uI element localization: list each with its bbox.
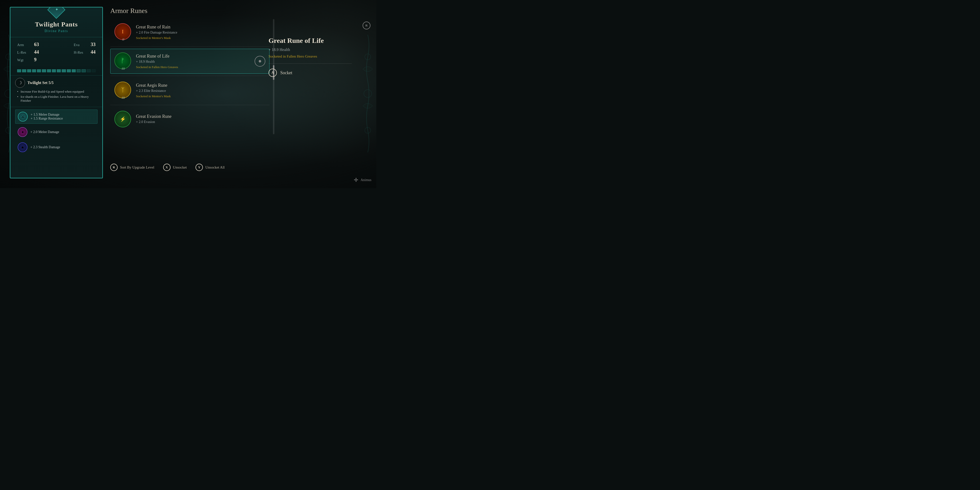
rune-separator-0 xyxy=(110,46,269,47)
enchant-section: ⚔ + 1.5 Melee Damage+ 1.5 Range Resistan… xyxy=(10,107,102,158)
rune-2-name: Great Aegis Rune xyxy=(136,83,265,88)
socket-label: Socket xyxy=(280,70,292,75)
card-diamond-icon: ✦ xyxy=(48,7,65,18)
seg-4 xyxy=(32,69,36,72)
set-title: Twilight Set 5/5 xyxy=(27,81,53,85)
unsocket-all-btn[interactable]: Y Unsocket All xyxy=(196,164,225,171)
upgrade-progress xyxy=(10,67,102,75)
socket-a-icon: A xyxy=(269,68,277,77)
seg-5 xyxy=(37,69,41,72)
seg-12 xyxy=(72,69,76,72)
sort-r-icon: R xyxy=(110,164,118,171)
rune-2-icon-wrapper: ᛉ III xyxy=(115,81,132,99)
rune-2-tier: III xyxy=(122,96,125,100)
unsocket-btn[interactable]: X Unsocket xyxy=(163,164,187,171)
unsocket-x-icon: X xyxy=(163,164,170,171)
eva-label: Eva xyxy=(74,43,85,47)
enchant-2-icon: ✦ xyxy=(18,127,27,137)
rune-0-stat: + 2.0 Fire Damage Resistance xyxy=(136,30,265,35)
rune-0-socketed: Socketed in Mentor's Mask xyxy=(136,36,265,40)
set-icon: ☽ xyxy=(15,78,25,88)
right-border-decoration xyxy=(360,32,375,156)
rune-detail-panel: Great Rune of Life + 18.9 Health Sockete… xyxy=(269,37,352,77)
enchant-1[interactable]: ⚔ + 1.5 Melee Damage+ 1.5 Range Resistan… xyxy=(15,110,97,124)
rune-entry-1[interactable]: ᚠ III Great Rune of Life + 18.9 Health S… xyxy=(110,49,269,74)
bottom-buttons: R Sort By Upgrade Level X Unsocket Y Uns… xyxy=(110,164,225,171)
animus-icon: ✛ xyxy=(354,177,358,183)
r-icon: R xyxy=(363,22,371,29)
stat-row-3: Wgt 9 xyxy=(17,57,95,62)
stats-section: Arm 63 Eva 33 L-Res 44 H-Res 44 Wgt 9 xyxy=(10,37,102,67)
seg-2 xyxy=(22,69,26,72)
enchant-3-text: + 2.3 Stealth Damage xyxy=(30,145,60,149)
stat-eva: Eva 33 xyxy=(56,41,95,47)
lres-label: L-Res xyxy=(17,51,28,55)
unsocket-label: Unsocket xyxy=(173,165,187,170)
sort-button-r[interactable]: R xyxy=(363,22,371,29)
enchant-1-text: + 1.5 Melee Damage+ 1.5 Range Resistance xyxy=(30,113,63,121)
seg-15 xyxy=(87,69,91,72)
svg-point-4 xyxy=(364,90,372,97)
enchant-3[interactable]: ★ + 2.3 Stealth Damage xyxy=(15,140,97,154)
unsocket-all-label: Unsocket All xyxy=(205,165,225,170)
seg-16 xyxy=(92,69,95,72)
rune-0-name: Great Rune of Rain xyxy=(136,24,265,30)
set-bonus-1: Increase Fire Build-Up and Speed when eq… xyxy=(17,90,97,94)
item-name: Twilight Pants xyxy=(10,21,102,28)
seg-7 xyxy=(47,69,51,72)
rune-entry-3[interactable]: ⚡ Great Evasion Rune + 2.0 Evasion xyxy=(110,107,269,132)
stat-hres: H-Res 44 xyxy=(56,49,95,55)
rune-entry-2[interactable]: ᛉ III Great Aegis Rune + 2.3 Elite Resis… xyxy=(110,78,269,103)
detail-rune-socketed: Socketed in Fallen Hero Greaves xyxy=(269,54,352,59)
unsocket-all-y-icon: Y xyxy=(196,164,203,171)
arm-value: 63 xyxy=(34,41,39,47)
rune-3-icon: ⚡ xyxy=(115,111,131,127)
seg-11 xyxy=(67,69,71,72)
sort-btn[interactable]: R Sort By Upgrade Level xyxy=(110,164,154,171)
item-card: ✦ Twilight Pants Divine Pants Arm 63 Eva… xyxy=(10,7,103,178)
enchant-1-icon: ⚔ xyxy=(18,112,28,121)
seg-14 xyxy=(81,69,86,72)
rune-1-icon-wrapper: ᚠ III xyxy=(115,52,132,70)
seg-9 xyxy=(57,69,61,72)
progress-bar xyxy=(17,69,95,72)
enchant-3-icon: ★ xyxy=(18,142,27,152)
rune-1-tier: III xyxy=(122,67,125,70)
wgt-label: Wgt xyxy=(17,58,28,62)
runes-panel: Armor Runes I II Great Rune of Rain + 2.… xyxy=(110,7,269,178)
rune-entry-0[interactable]: I II Great Rune of Rain + 2.0 Fire Damag… xyxy=(110,20,269,45)
rune-0-icon-wrapper: I II xyxy=(115,23,132,41)
rune-2-socketed: Socketed in Mentor's Mask xyxy=(136,94,265,98)
animus-label: Animus xyxy=(361,178,371,182)
set-bonuses: Increase Fire Build-Up and Speed when eq… xyxy=(17,90,97,103)
rune-1-info: Great Rune of Life + 18.9 Health Sockete… xyxy=(136,54,251,69)
wgt-value: 9 xyxy=(34,57,37,62)
stat-lres: L-Res 44 xyxy=(17,49,56,55)
lres-value: 44 xyxy=(34,49,39,55)
seg-6 xyxy=(42,69,46,72)
animus-logo: ✛ Animus xyxy=(354,177,371,183)
runes-title: Armor Runes xyxy=(110,7,269,15)
set-bonus-2: Ice shards on a Light Finisher. Lava bur… xyxy=(17,95,97,103)
rune-2-info: Great Aegis Rune + 2.3 Elite Resistance … xyxy=(136,83,265,98)
rune-separator-1 xyxy=(110,76,269,76)
rune-3-info: Great Evasion Rune + 2.0 Evasion xyxy=(136,114,265,126)
rune-1-selector-dot xyxy=(259,60,261,62)
stat-row-2: L-Res 44 H-Res 44 xyxy=(17,49,95,55)
set-bonus-section: ☽ Twilight Set 5/5 Increase Fire Build-U… xyxy=(10,75,102,107)
rune-1-stat: + 18.9 Health xyxy=(136,60,251,64)
sort-label: Sort By Upgrade Level xyxy=(120,165,154,170)
seg-10 xyxy=(62,69,66,72)
detail-rune-stat: + 18.9 Health xyxy=(269,48,352,52)
seg-3 xyxy=(27,69,31,72)
rune-0-tier: II xyxy=(122,38,124,41)
detail-action[interactable]: A Socket xyxy=(269,68,352,77)
rune-3-icon-wrapper: ⚡ xyxy=(115,111,132,128)
rune-2-stat: + 2.3 Elite Resistance xyxy=(136,89,265,93)
stat-wgt: Wgt 9 xyxy=(17,57,95,62)
detail-rune-name: Great Rune of Life xyxy=(269,37,352,45)
enchant-2[interactable]: ✦ + 2.0 Melee Damage xyxy=(15,125,97,139)
seg-8 xyxy=(52,69,56,72)
hres-value: 44 xyxy=(91,49,95,55)
rune-0-info: Great Rune of Rain + 2.0 Fire Damage Res… xyxy=(136,24,265,40)
